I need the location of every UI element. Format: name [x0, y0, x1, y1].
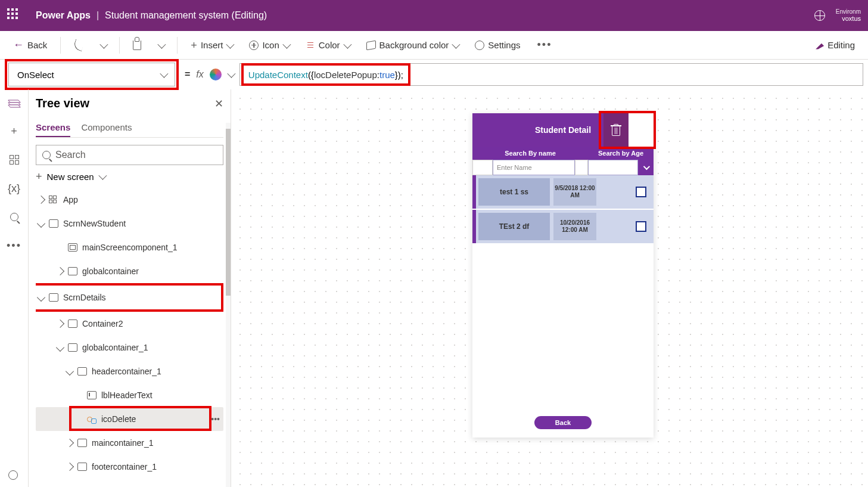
caret-icon[interactable] — [66, 367, 74, 376]
chevron-down-icon — [100, 40, 108, 48]
formula-var: locDeletePopup — [314, 70, 377, 80]
fx-icon[interactable]: fx — [196, 69, 203, 80]
rail-tree-view[interactable] — [8, 97, 20, 108]
search-name-label: Search By name — [472, 150, 588, 157]
environment-icon[interactable] — [814, 10, 825, 21]
node-label: footercontainer_1 — [92, 462, 157, 472]
property-dropdown[interactable]: OnSelect — [8, 63, 175, 86]
preview-search-inputs: Enter Name — [472, 160, 654, 175]
tree-node-mainc1[interactable]: maincontainer_1 — [36, 431, 223, 455]
tree-title: Tree view — [36, 97, 89, 110]
paste-button[interactable] — [127, 37, 147, 54]
editing-mode[interactable]: Editing — [810, 36, 861, 54]
rail-data[interactable] — [8, 154, 20, 166]
node-label: App — [63, 195, 78, 204]
row-checkbox[interactable] — [636, 187, 646, 197]
list-row[interactable]: test 1 ss 9/5/2018 12:00 AM — [472, 175, 654, 210]
preview-back-button[interactable]: Back — [534, 416, 592, 429]
tree-node-lblheader[interactable]: lblHeaderText — [36, 383, 223, 407]
rail-variables[interactable]: {x} — [8, 182, 20, 194]
undo-split[interactable] — [94, 39, 112, 52]
node-more-icon[interactable]: ••• — [211, 414, 223, 424]
paste-split[interactable] — [152, 39, 170, 52]
name-input[interactable]: Enter Name — [493, 160, 575, 175]
plus-icon: + — [191, 40, 197, 51]
tree-scrollbar[interactable] — [226, 123, 231, 487]
canvas[interactable]: Student Detail Search By name Search by … — [231, 89, 868, 487]
chevron-down-icon — [343, 40, 351, 48]
undo-button[interactable] — [68, 37, 89, 54]
tree-panel: Tree view ✕ Screens Components Search + … — [29, 89, 231, 487]
preview-footer: Back — [472, 407, 654, 438]
caret-icon[interactable] — [56, 343, 64, 352]
rail-search[interactable] — [8, 211, 20, 223]
caret-icon[interactable] — [37, 219, 45, 228]
chevron-down-icon — [98, 172, 107, 180]
caret-icon[interactable] — [66, 439, 74, 447]
gear-icon — [8, 470, 18, 480]
icon-control-icon — [87, 414, 97, 424]
tree-node-app[interactable]: App — [36, 188, 223, 212]
formula-input[interactable]: UpdateContext ({ locDeletePopup : true }… — [239, 63, 863, 86]
back-button[interactable]: ← Back — [7, 35, 53, 55]
chevron-down-icon[interactable] — [227, 70, 235, 78]
caret-icon[interactable] — [56, 267, 64, 275]
tree-node-scrndetails[interactable]: ScrnDetails — [36, 286, 221, 309]
component-icon — [68, 243, 77, 252]
caret-icon[interactable] — [56, 320, 64, 328]
container-icon — [77, 463, 87, 471]
screen-icon — [49, 293, 58, 302]
pencil-icon — [816, 41, 824, 49]
rail-insert[interactable]: + — [8, 125, 20, 137]
rail-more[interactable]: ••• — [8, 240, 20, 252]
caret-icon[interactable] — [37, 293, 45, 302]
app-launcher-icon[interactable] — [7, 8, 21, 23]
list-row[interactable]: TEst 2 df 10/20/2016 12:00 AM — [472, 210, 654, 244]
tree-node-headerc1[interactable]: headercontainer_1 — [36, 359, 223, 383]
formula-close: }); — [395, 70, 403, 80]
bgcolor-button[interactable]: Background color — [360, 36, 465, 54]
tree-node-globalc1[interactable]: globalcontainer_1 — [36, 336, 223, 359]
container-icon — [77, 367, 87, 376]
highlight-formula: UpdateContext ({ locDeletePopup : true }… — [241, 63, 410, 86]
rail-settings[interactable] — [7, 469, 19, 481]
tree-node-icodelete[interactable]: icoDelete ••• — [36, 407, 223, 431]
tree-node-scrnnew[interactable]: ScrnNewStudent — [36, 212, 223, 235]
copilot-icon[interactable] — [210, 69, 222, 80]
tree-search[interactable]: Search — [36, 145, 223, 165]
age-input[interactable] — [588, 160, 638, 175]
search-icon — [10, 213, 18, 221]
tree-node-container2[interactable]: Container2 — [36, 312, 223, 336]
plus-icon: + — [36, 171, 42, 182]
insert-button[interactable]: + Insert — [185, 36, 238, 54]
tree-node-globalc[interactable]: globalcontainer — [36, 259, 223, 283]
undo-icon — [73, 39, 85, 51]
new-screen-button[interactable]: + New screen — [36, 171, 223, 182]
environment-picker[interactable]: Environm voxtus — [836, 8, 861, 22]
tree-node-footerc1[interactable]: footercontainer_1 — [36, 455, 223, 479]
tree-node-maincomp[interactable]: mainScreencomponent_1 — [36, 235, 223, 259]
add-icon-button[interactable]: Icon — [243, 36, 294, 54]
row-checkbox[interactable] — [636, 221, 646, 232]
chevron-down-icon — [160, 70, 168, 78]
highlight-property: OnSelect — [5, 59, 179, 90]
preview-header: Student Detail — [472, 113, 654, 147]
node-label: ScrnDetails — [63, 293, 106, 302]
close-icon[interactable]: ✕ — [214, 97, 223, 110]
editing-label: Editing — [827, 40, 855, 50]
chevron-down-icon — [282, 40, 291, 48]
tab-screens[interactable]: Screens — [36, 119, 70, 137]
fill-icon — [366, 40, 376, 50]
tab-components[interactable]: Components — [81, 119, 132, 137]
row-name: TEst 2 df — [478, 213, 550, 240]
app-name: Power Apps — [36, 10, 91, 21]
environment-label: Environm — [836, 8, 861, 15]
delete-button[interactable] — [603, 113, 629, 147]
container-icon — [77, 439, 87, 447]
settings-button[interactable]: Settings — [469, 36, 526, 54]
color-button[interactable]: Color — [300, 36, 356, 54]
caret-icon[interactable] — [37, 196, 45, 204]
overflow-button[interactable]: ••• — [531, 35, 558, 55]
caret-icon[interactable] — [66, 463, 74, 471]
age-dropdown[interactable] — [638, 160, 654, 175]
